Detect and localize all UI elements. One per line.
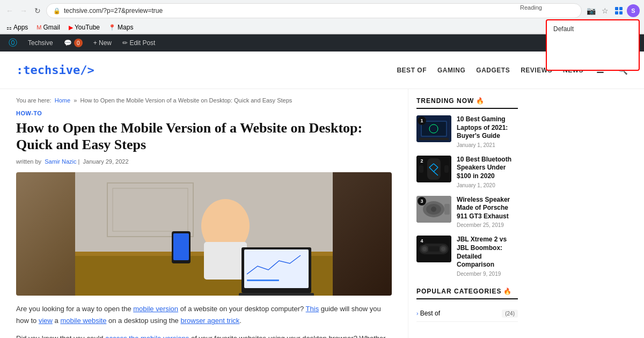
svg-rect-13 xyxy=(173,233,189,260)
nav-gadgets[interactable]: GADGETS xyxy=(476,67,510,74)
mobile-version-link[interactable]: mobile version xyxy=(133,305,178,313)
svg-rect-24 xyxy=(427,158,441,180)
popular-fire-icon: 🔥 xyxy=(503,288,512,295)
svg-rect-3 xyxy=(619,11,623,14)
trending-item-1[interactable]: 1 10 Best Gaming Laptops of 2021: Buyer'… xyxy=(416,115,518,148)
svg-rect-11 xyxy=(204,242,247,280)
chevron-right-icon: › xyxy=(416,311,418,317)
svg-rect-36 xyxy=(444,204,450,215)
main-content: You are here: Home » How to Open the Mob… xyxy=(0,89,408,338)
reading-mode-label[interactable]: Reading xyxy=(520,4,542,11)
article-category[interactable]: How-To xyxy=(16,110,392,116)
trending-num-1: 1 xyxy=(418,116,426,125)
nav-gaming[interactable]: GAMING xyxy=(437,67,465,74)
breadcrumb-current: How to Open the Mobile Version of a Webs… xyxy=(80,97,292,104)
bookmark-gmail[interactable]: M Gmail xyxy=(34,23,62,32)
trending-title-4: JBL Xtreme 2 vs JBL Boombox: Detailed Co… xyxy=(457,236,518,269)
site-container: :techsive/> BEST OF GAMING GADGETS REVIE… xyxy=(0,52,644,338)
popular-title-text: POPULAR CATEGORIES xyxy=(416,288,501,295)
svg-rect-20 xyxy=(422,122,446,136)
svg-rect-16 xyxy=(247,280,279,281)
trending-title: TRENDING NOW 🔥 xyxy=(416,97,518,109)
trending-item-4[interactable]: 4 JBL Xtreme 2 vs JBL Boombox: Deta xyxy=(416,236,518,276)
sidebar: TRENDING NOW 🔥 1 xyxy=(408,89,526,338)
wp-comments[interactable]: 💬 0 xyxy=(60,34,87,52)
trending-item-2[interactable]: 2 10 xyxy=(416,156,518,188)
wp-new[interactable]: + New xyxy=(89,34,116,52)
bookmark-gmail-label: Gmail xyxy=(43,24,60,31)
mobile-website-link[interactable]: mobile website xyxy=(60,317,106,325)
back-button[interactable]: ← xyxy=(4,5,15,16)
screenshot-icon[interactable]: 📷 xyxy=(585,5,597,17)
bookmark-apps[interactable]: ⚏ Apps xyxy=(4,23,30,32)
svg-rect-30 xyxy=(419,165,423,173)
article-date: January 29, 2022 xyxy=(83,158,129,165)
svg-point-42 xyxy=(441,247,445,251)
browser-agent-link[interactable]: browser agent trick xyxy=(180,317,239,325)
category-best-of[interactable]: › Best of (24) xyxy=(416,306,518,322)
access-link[interactable]: access the mobile versions xyxy=(105,334,189,338)
trending-num-2: 2 xyxy=(418,157,426,165)
bookmark-youtube[interactable]: ▶ YouTube xyxy=(67,23,102,32)
wp-logo-item[interactable]: ⓪ xyxy=(4,34,21,52)
comment-icon: 💬 xyxy=(64,39,72,47)
trending-section: TRENDING NOW 🔥 1 xyxy=(416,97,518,277)
breadcrumb-home[interactable]: Home xyxy=(55,97,70,104)
trending-img-3: 3 xyxy=(416,196,451,223)
popular-title: POPULAR CATEGORIES 🔥 xyxy=(416,288,518,299)
browser-toolbar: ← → ↻ 🔒 techsive.com/?p=27&preview=true … xyxy=(0,0,644,21)
breadcrumb: You are here: Home » How to Open the Mob… xyxy=(16,97,392,104)
body-para1: Are you looking for a way to open the mo… xyxy=(16,305,381,325)
trending-img-4: 4 xyxy=(416,236,451,262)
bookmark-apps-label: Apps xyxy=(13,24,28,31)
dropdown-default-label: Default xyxy=(550,24,635,34)
wp-site-label: Techsive xyxy=(28,39,53,47)
trending-info-1: 10 Best Gaming Laptops of 2021: Buyer's … xyxy=(457,115,518,148)
forward-button[interactable]: → xyxy=(18,5,29,16)
trending-info-3: Wireless Speaker Made of Porsche 911 GT3… xyxy=(457,196,518,229)
popular-categories-section: POPULAR CATEGORIES 🔥 › Best of (24) xyxy=(416,288,518,322)
svg-rect-43 xyxy=(428,246,440,252)
article-author[interactable]: Samir Nazic xyxy=(45,158,76,165)
breadcrumb-separator: » xyxy=(74,97,77,104)
svg-rect-22 xyxy=(419,138,449,140)
extensions-icon[interactable] xyxy=(613,5,625,17)
url-text: techsive.com/?p=27&preview=true xyxy=(64,7,163,14)
svg-rect-5 xyxy=(75,172,333,253)
wp-edit-post[interactable]: ✏ Edit Post xyxy=(118,34,159,52)
default-dropdown: Default xyxy=(546,19,640,71)
wp-site-name[interactable]: Techsive xyxy=(24,34,57,52)
category-count: (24) xyxy=(502,310,518,318)
nav-best-of[interactable]: BEST OF xyxy=(397,67,427,74)
svg-rect-2 xyxy=(615,11,618,14)
trending-title-text: TRENDING NOW xyxy=(416,97,474,105)
svg-rect-1 xyxy=(619,7,623,10)
article-title: How to Open the Mobile Version of a Webs… xyxy=(16,120,392,153)
bookmark-maps[interactable]: 📍 Maps xyxy=(106,23,135,32)
body-para2: Did you know that you could access the m… xyxy=(16,334,386,338)
trending-date-4: December 9, 2019 xyxy=(457,271,518,277)
wp-new-label: + New xyxy=(93,39,112,47)
article-image-svg xyxy=(16,172,392,296)
comment-count: 0 xyxy=(74,39,83,47)
trending-date-3: December 25, 2019 xyxy=(457,222,518,228)
trending-date-1: January 1, 2021 xyxy=(457,142,518,148)
wp-logo-icon: ⓪ xyxy=(9,38,17,49)
trending-item-3[interactable]: 3 Wireless Speaker Made of Porsche 911 G… xyxy=(416,196,518,229)
trending-info-4: JBL Xtreme 2 vs JBL Boombox: Detailed Co… xyxy=(457,236,518,276)
article: How-To How to Open the Mobile Version of… xyxy=(16,110,392,338)
wp-edit-label: ✏ Edit Post xyxy=(122,39,155,47)
svg-point-41 xyxy=(422,247,427,251)
svg-rect-0 xyxy=(615,7,618,10)
profile-avatar[interactable]: S xyxy=(627,4,640,17)
trending-title-1: 10 Best Gaming Laptops of 2021: Buyer's … xyxy=(457,115,518,141)
view-link[interactable]: view xyxy=(39,317,53,325)
this-link[interactable]: This xyxy=(306,305,319,313)
address-bar[interactable]: 🔒 techsive.com/?p=27&preview=true xyxy=(46,3,582,18)
trending-title-3: Wireless Speaker Made of Porsche 911 GT3… xyxy=(457,196,518,221)
trending-date-2: January 1, 2020 xyxy=(457,182,518,188)
bookmark-star-icon[interactable]: ☆ xyxy=(599,5,611,17)
reload-button[interactable]: ↻ xyxy=(32,5,43,16)
trending-img-1: 1 xyxy=(416,115,451,142)
site-logo[interactable]: :techsive/> xyxy=(16,63,397,77)
